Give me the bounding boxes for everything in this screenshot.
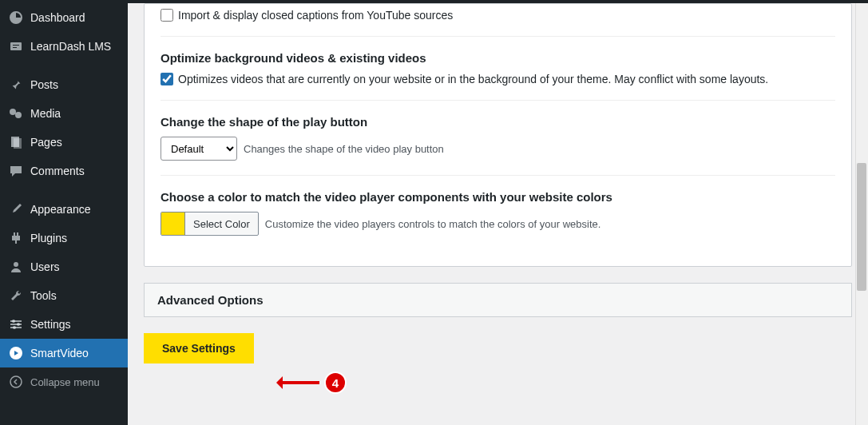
captions-label: Import & display closed captions from Yo…: [178, 9, 453, 22]
sidebar-item-dashboard[interactable]: Dashboard: [0, 3, 128, 32]
user-icon: [8, 259, 24, 275]
svg-rect-0: [10, 42, 22, 50]
play-icon: [8, 345, 24, 361]
sidebar-item-label: Tools: [30, 289, 57, 302]
advanced-options-header[interactable]: Advanced Options: [144, 283, 852, 317]
svg-point-3: [10, 109, 16, 115]
svg-point-11: [12, 320, 15, 323]
playbutton-select[interactable]: Default: [161, 137, 237, 161]
scrollbar-thumb[interactable]: [857, 163, 866, 291]
color-picker: Select Color: [161, 212, 259, 236]
optimize-label: Optimizes videos that are currently on y…: [178, 73, 768, 85]
playbutton-helper: Changes the shape of the video play butt…: [244, 143, 444, 155]
optimize-checkbox-row: Optimizes videos that are currently on y…: [161, 73, 835, 85]
scrollbar-track[interactable]: [855, 3, 868, 425]
svg-rect-2: [13, 47, 17, 48]
sidebar-item-users[interactable]: Users: [0, 252, 128, 281]
sidebar-item-label: Media: [30, 107, 61, 120]
sidebar-item-label: Dashboard: [30, 11, 85, 24]
color-helper: Customize the video players controls to …: [265, 218, 601, 230]
sidebar-item-smartvideo[interactable]: SmartVideo: [0, 339, 128, 367]
sliders-icon: [8, 316, 24, 332]
save-settings-button[interactable]: Save Settings: [144, 333, 254, 363]
select-color-button[interactable]: Select Color: [185, 214, 258, 234]
sidebar-item-media[interactable]: Media: [0, 99, 128, 128]
collapse-label: Collapse menu: [30, 376, 100, 388]
sidebar-item-settings[interactable]: Settings: [0, 310, 128, 339]
svg-rect-1: [13, 45, 19, 46]
optimize-title: Optimize background videos & existing vi…: [161, 51, 835, 65]
sidebar-item-posts[interactable]: Posts: [0, 70, 128, 99]
sidebar-item-label: Settings: [30, 318, 71, 331]
sidebar-item-plugins[interactable]: Plugins: [0, 224, 128, 252]
svg-point-4: [15, 112, 22, 118]
svg-rect-6: [14, 138, 22, 149]
color-title: Choose a color to match the video player…: [161, 190, 835, 204]
sidebar-item-appearance[interactable]: Appearance: [0, 195, 128, 224]
sidebar-item-label: Posts: [30, 78, 58, 91]
sidebar-item-label: Pages: [30, 136, 62, 149]
sidebar-item-label: Comments: [30, 165, 85, 177]
svg-point-15: [10, 376, 22, 387]
plugin-icon: [8, 230, 24, 246]
sidebar-item-label: Plugins: [30, 232, 67, 244]
sidebar-item-tools[interactable]: Tools: [0, 281, 128, 310]
svg-point-13: [13, 326, 16, 329]
sidebar-item-pages[interactable]: Pages: [0, 128, 128, 157]
advanced-label: Advanced Options: [157, 293, 264, 307]
sidebar-item-label: Appearance: [30, 203, 91, 216]
pages-icon: [8, 134, 24, 150]
captions-checkbox[interactable]: [161, 9, 173, 22]
settings-panel: Import & display closed captions from Yo…: [144, 3, 852, 267]
sidebar-item-comments[interactable]: Comments: [0, 157, 128, 185]
admin-sidebar: Dashboard LearnDash LMS Posts Media Page…: [0, 3, 128, 425]
collapse-icon: [8, 374, 24, 390]
wrench-icon: [8, 288, 24, 304]
pin-icon: [8, 77, 24, 93]
collapse-menu[interactable]: Collapse menu: [0, 367, 128, 396]
sidebar-item-label: SmartVideo: [30, 347, 89, 359]
svg-point-12: [17, 323, 20, 326]
dashboard-icon: [8, 10, 24, 26]
optimize-checkbox[interactable]: [161, 73, 173, 85]
brush-icon: [8, 201, 24, 217]
learndash-icon: [8, 38, 24, 54]
media-icon: [8, 105, 24, 121]
color-swatch[interactable]: [161, 212, 185, 235]
sidebar-item-label: LearnDash LMS: [30, 40, 111, 53]
sidebar-item-learndash[interactable]: LearnDash LMS: [0, 32, 128, 61]
sidebar-item-label: Users: [30, 260, 60, 273]
comment-icon: [8, 163, 24, 179]
main-content: Import & display closed captions from Yo…: [128, 3, 868, 425]
playbutton-title: Change the shape of the play button: [161, 115, 835, 129]
svg-point-7: [14, 262, 18, 267]
captions-checkbox-row: Import & display closed captions from Yo…: [161, 9, 835, 22]
